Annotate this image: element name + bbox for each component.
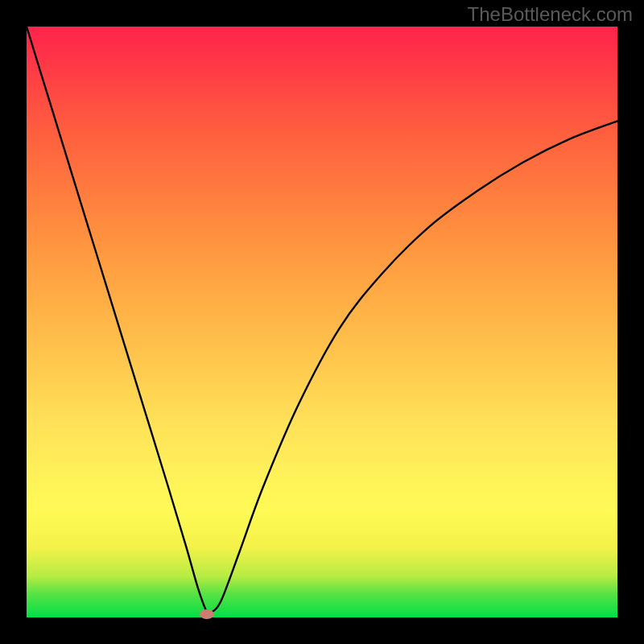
watermark-text: TheBottleneck.com: [468, 3, 633, 26]
plot-area: [27, 27, 617, 617]
chart-frame: TheBottleneck.com: [0, 0, 644, 644]
curve-layer: [27, 27, 617, 617]
optimum-marker: [200, 609, 214, 619]
bottleneck-curve: [27, 27, 617, 613]
